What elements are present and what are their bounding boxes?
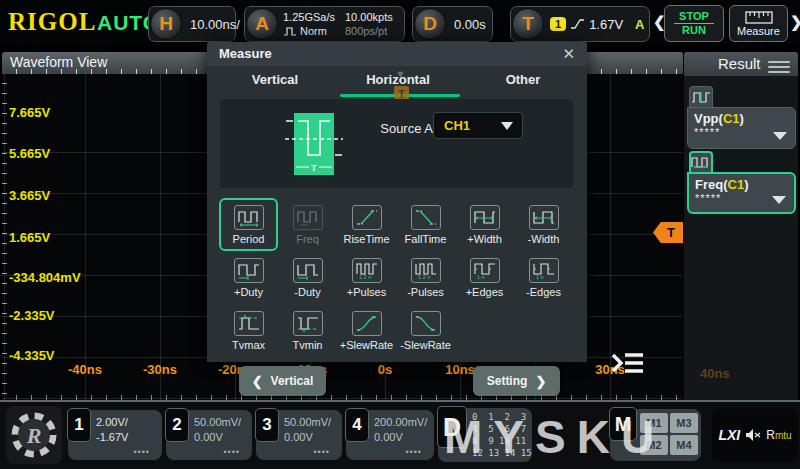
- channel-2-box[interactable]: 2 50.00mV/0.00V ••••: [166, 410, 252, 460]
- source-a-dropdown[interactable]: CH1: [433, 112, 523, 139]
- plus-pulses-icon: 1 2 n: [352, 258, 382, 283]
- svg-text:1 2 n: 1 2 n: [418, 274, 430, 280]
- minus-pulses-icon: 1 2 n: [411, 258, 441, 283]
- measure-toolbar-button[interactable]: Measure: [729, 5, 788, 42]
- rigol-gear-menu-button[interactable]: R: [6, 406, 62, 464]
- channel-3-coupling-dots: ••••: [313, 447, 330, 457]
- measure-item-nduty[interactable]: -Duty: [278, 251, 337, 304]
- plus-width-icon: [470, 205, 500, 230]
- delay-knob[interactable]: D: [414, 8, 446, 40]
- result-menu-icon[interactable]: [768, 58, 790, 76]
- result-dropdown-arrow[interactable]: [772, 196, 786, 204]
- math-m1-button[interactable]: M1: [640, 413, 668, 433]
- channel-1-box[interactable]: 1 2.00V/-1.67V ••••: [68, 410, 162, 460]
- measure-item-pedges[interactable]: 1 n +Edges: [455, 251, 514, 304]
- math-m3-button[interactable]: M3: [670, 413, 698, 433]
- nav-next-setting-button[interactable]: Setting ❯: [473, 366, 560, 396]
- lxi-logo: LXI: [718, 427, 740, 443]
- timebase-value: 10.00ns/: [182, 17, 248, 32]
- measure-item-nslewrate[interactable]: -SlewRate: [396, 304, 455, 357]
- measure-item-tvmax[interactable]: Tvmax: [219, 304, 278, 357]
- toolbar-next-chevron[interactable]: ❯: [790, 13, 800, 31]
- measure-item-period[interactable]: Period: [219, 198, 278, 251]
- freq-icon: [293, 205, 323, 230]
- horizontal-measure-preview: T: [284, 111, 344, 181]
- status-indicators-box[interactable]: LXI Rmtu: [712, 409, 798, 461]
- measure-dialog: Measure ✕ ▼ Vertical Horizontal Other T …: [207, 42, 587, 362]
- measure-item-npulses[interactable]: 1 2 n -Pulses: [396, 251, 455, 304]
- run-label: RUN: [682, 24, 706, 37]
- nav-prev-vertical-button[interactable]: ❮ Vertical: [239, 366, 326, 396]
- math-channels-box[interactable]: M M1 M3 M2 M4: [610, 409, 701, 461]
- measure-source-panel: T Source A CH1: [220, 99, 573, 188]
- acquire-control[interactable]: A 1.25GSa/s Norm 10.00kpts 800ps/pt: [244, 6, 405, 42]
- trigger-coupling: A: [635, 17, 644, 32]
- trigger-level-marker[interactable]: T: [653, 222, 683, 243]
- channel-4-box[interactable]: 4 200.00mV/0.00V ••••: [346, 410, 434, 460]
- measure-item-pslewrate[interactable]: +SlewRate: [337, 304, 396, 357]
- measure-item-pduty[interactable]: +Duty: [219, 251, 278, 304]
- math-m2-button[interactable]: M2: [640, 435, 668, 455]
- oscilloscope-screen: RIGOL AUTO H 10.00ns/ A 1.25GSa/s Norm 1…: [0, 0, 800, 469]
- acquire-knob[interactable]: A: [246, 8, 278, 40]
- svg-text:1 n: 1 n: [477, 274, 485, 280]
- stop-run-button[interactable]: STOP RUN: [664, 5, 724, 42]
- measure-item-falltime[interactable]: FallTime: [396, 198, 455, 251]
- minus-slewrate-icon: [411, 311, 441, 336]
- channel-3-badge: 3: [255, 408, 279, 442]
- speaker-muted-icon: [745, 428, 761, 442]
- svg-text:T: T: [311, 163, 317, 173]
- delay-control[interactable]: D 0.00s: [412, 6, 493, 42]
- risetime-icon: [352, 205, 382, 230]
- memory-depth: 10.00kpts: [345, 10, 393, 24]
- y-axis-label: -4.335V: [9, 348, 55, 363]
- measure-item-risetime[interactable]: RiseTime: [337, 198, 396, 251]
- channel-4-badge: 4: [345, 408, 369, 442]
- channel-4-scale: 200.00mV/: [374, 416, 427, 428]
- x-axis-label: -30ns: [143, 362, 177, 377]
- y-axis-label: 1.665V: [9, 230, 50, 245]
- tab-vertical[interactable]: Vertical: [230, 72, 320, 87]
- close-icon[interactable]: ✕: [558, 45, 579, 63]
- channel-4-coupling-dots: ••••: [405, 447, 422, 457]
- y-axis-label: 3.665V: [9, 188, 50, 203]
- sample-rate: 1.25GSa/s: [283, 10, 335, 24]
- trigger-control[interactable]: T 1 1.67V A: [510, 6, 650, 42]
- measure-item-pwidth[interactable]: +Width: [455, 198, 514, 251]
- measure-item-nedges[interactable]: 1 n -Edges: [514, 251, 573, 304]
- horizontal-timebase-control[interactable]: H 10.00ns/: [148, 6, 236, 42]
- channel-2-badge: 2: [165, 408, 189, 442]
- tab-horizontal[interactable]: Horizontal: [353, 72, 443, 87]
- measure-item-tvmin[interactable]: Tvmin: [278, 304, 337, 357]
- result-title: Result: [718, 55, 761, 72]
- channel-4-offset: 0.00V: [374, 431, 403, 443]
- result-name: Vpp(C1): [694, 111, 789, 126]
- channel-3-offset: 0.00V: [284, 431, 313, 443]
- channel-1-badge: 1: [67, 408, 91, 442]
- digital-channels-box[interactable]: D 0 1 2 34 5 6 78 9 10 1112 13 14 15: [438, 408, 532, 462]
- measure-item-freq[interactable]: Freq: [278, 198, 337, 251]
- result-card-vpp[interactable]: Vpp(C1) *****: [687, 86, 796, 149]
- svg-text:1 2 n: 1 2 n: [359, 274, 371, 280]
- horizontal-knob[interactable]: H: [150, 8, 182, 40]
- result-panel: Result Vpp(C1) ***** Freq(C1) ***** 4: [684, 52, 798, 400]
- plus-slewrate-icon: [352, 311, 382, 336]
- math-badge: M: [609, 407, 637, 441]
- trigger-knob[interactable]: T: [512, 8, 544, 40]
- source-a-value: CH1: [444, 118, 470, 133]
- result-dropdown-arrow[interactable]: [773, 132, 787, 140]
- measure-dialog-titlebar: Measure ✕: [207, 42, 587, 66]
- result-card-freq[interactable]: Freq(C1) *****: [687, 151, 796, 214]
- vpp-icon: [689, 86, 713, 107]
- acquire-waveform-icon: [283, 27, 297, 36]
- channel-3-box[interactable]: 3 50.00mV/0.00V ••••: [256, 410, 342, 460]
- y-axis-label: 7.665V: [9, 105, 50, 120]
- measure-item-ppulses[interactable]: 1 2 n +Pulses: [337, 251, 396, 304]
- y-axis-label: -334.804mV: [9, 270, 81, 285]
- math-m4-button[interactable]: M4: [670, 435, 698, 455]
- x-axis-label: 0s: [378, 362, 392, 377]
- measure-item-nwidth[interactable]: -Width: [514, 198, 573, 251]
- expand-menu-icon[interactable]: [610, 350, 646, 380]
- tab-other[interactable]: Other: [478, 72, 568, 87]
- svg-text:R: R: [26, 423, 42, 448]
